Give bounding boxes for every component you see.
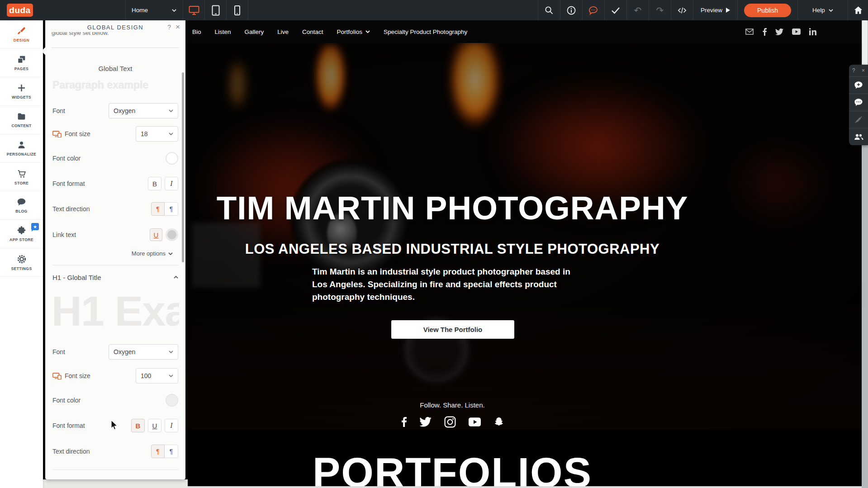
collaborators-button[interactable] — [849, 128, 868, 145]
undo-button[interactable]: ↶ — [626, 0, 649, 20]
font-format-label: Font format — [52, 422, 85, 429]
pilcrow-ltr-icon: ¶ — [156, 205, 160, 213]
hide-resolved-button[interactable] — [849, 111, 868, 128]
star-badge: ★ — [31, 223, 39, 230]
search-button[interactable] — [538, 0, 560, 20]
sidebar-item-pages[interactable]: PAGES — [0, 49, 43, 77]
font-color-row: Font color — [52, 150, 178, 166]
h1-font-size-dropdown[interactable]: 100 — [136, 368, 178, 384]
h1-underline-button[interactable]: U — [148, 419, 161, 432]
nav-link-contact[interactable]: Contact — [302, 28, 323, 35]
slashed-pen-icon — [854, 115, 863, 124]
h1-rtl-direction-button[interactable]: ¶ — [165, 445, 178, 458]
chevron-down-icon — [172, 9, 176, 12]
h1-font-color-swatch[interactable] — [166, 394, 178, 407]
h1-ltr-direction-button[interactable]: ¶ — [151, 445, 165, 458]
h1-font-dropdown[interactable]: Oxygen — [109, 344, 178, 360]
sidebar-label: SETTINGS — [11, 266, 32, 271]
nav-link-listen[interactable]: Listen — [215, 28, 231, 35]
link-underline-button[interactable]: U — [150, 228, 162, 241]
pages-icon — [17, 55, 26, 64]
twitter-icon[interactable] — [419, 417, 432, 427]
h1-bold-button[interactable]: B — [131, 419, 145, 432]
duda-logo[interactable]: duda — [7, 4, 33, 17]
sidebar-item-blog[interactable]: BLOG — [0, 191, 43, 220]
cart-icon — [17, 169, 27, 179]
pilcrow-rtl-icon: ¶ — [170, 448, 173, 455]
link-color-swatch[interactable] — [166, 228, 178, 241]
chat-bubble-icon — [588, 6, 598, 15]
nav-link-live[interactable]: Live — [277, 28, 289, 35]
h1-italic-button[interactable]: I — [165, 419, 178, 432]
font-row: Font Oxygen — [52, 103, 178, 119]
flame-left — [309, 44, 352, 157]
sidebar-item-personalize[interactable]: PERSONALIZE — [0, 134, 43, 163]
sidebar-item-settings[interactable]: SETTINGS — [0, 248, 43, 277]
redo-button[interactable]: ↷ — [649, 0, 671, 20]
chevron-down-icon — [169, 109, 173, 112]
page-selector-dropdown[interactable]: Home — [125, 0, 183, 20]
sidebar-item-content[interactable]: CONTENT — [0, 106, 43, 134]
twitter-icon[interactable] — [775, 28, 783, 35]
home-icon — [854, 6, 863, 14]
publish-container: Publish — [737, 0, 797, 20]
font-color-swatch[interactable] — [166, 152, 178, 165]
info-icon — [567, 6, 576, 15]
search-icon — [545, 6, 553, 14]
email-icon[interactable] — [745, 28, 754, 35]
nav-link-bio[interactable]: Bio — [192, 28, 201, 35]
page-selector-label: Home — [132, 7, 148, 14]
italic-button[interactable]: I — [165, 177, 178, 190]
ltr-direction-button[interactable]: ¶ — [151, 202, 165, 216]
sidebar-item-store[interactable]: STORE — [0, 163, 43, 191]
rtl-direction-button[interactable]: ¶ — [165, 202, 178, 216]
linkedin-icon[interactable] — [809, 28, 816, 35]
divider — [52, 265, 178, 265]
info-button[interactable] — [560, 0, 582, 20]
notice-text: global style set below. — [52, 32, 179, 36]
panel-scrollbar[interactable] — [182, 72, 184, 262]
checkmark-icon — [611, 7, 620, 14]
nav-link-gallery[interactable]: Gallery — [245, 28, 264, 35]
undo-icon: ↶ — [634, 6, 642, 15]
instagram-icon[interactable] — [444, 416, 456, 428]
add-comment-button[interactable] — [849, 77, 868, 94]
show-comments-button[interactable] — [849, 94, 868, 111]
dashboard-home-button[interactable] — [848, 0, 868, 20]
youtube-icon[interactable] — [469, 417, 481, 426]
divider — [52, 469, 178, 470]
site-header-social-icons — [745, 20, 816, 43]
dev-mode-button[interactable] — [671, 0, 693, 20]
youtube-icon[interactable] — [792, 28, 801, 35]
tablet-view-button[interactable] — [205, 0, 226, 20]
nav-link-portfolios[interactable]: Portfolios — [337, 28, 370, 35]
sidebar-item-design[interactable]: DESIGN — [0, 20, 43, 49]
bold-button[interactable]: B — [148, 177, 161, 190]
font-size-dropdown[interactable]: 18 — [136, 126, 178, 142]
comments-close-button[interactable]: × — [862, 67, 865, 74]
comments-help-button[interactable]: ? — [852, 67, 855, 74]
facebook-icon[interactable] — [401, 417, 407, 427]
save-status-button[interactable] — [604, 0, 626, 20]
snapchat-icon[interactable] — [493, 417, 504, 427]
hero-paragraph[interactable]: Tim Martin is an industrial style produc… — [312, 265, 572, 303]
view-portfolio-button[interactable]: View The Portfolio — [391, 320, 514, 339]
mobile-view-button[interactable] — [227, 0, 248, 20]
sidebar-item-widgets[interactable]: WIDGETS — [0, 77, 43, 106]
help-dropdown[interactable]: Help — [797, 0, 848, 20]
font-size-value: 18 — [141, 130, 148, 137]
nav-link-specialty[interactable]: Specialty Product Photography — [384, 28, 467, 35]
desktop-view-button[interactable] — [183, 0, 204, 20]
site-nav-links: Bio Listen Gallery Live Contact Portfoli… — [192, 20, 467, 43]
panel-close-button[interactable]: × — [175, 23, 180, 32]
help-label: Help — [812, 7, 825, 14]
panel-help-button[interactable]: ? — [167, 24, 171, 31]
sidebar-item-app-store[interactable]: APP STORE ★ — [0, 220, 43, 248]
font-dropdown[interactable]: Oxygen — [109, 103, 178, 118]
h1-section-header[interactable]: H1 - Global Title — [52, 272, 178, 283]
feedback-button[interactable] — [582, 0, 604, 20]
publish-button[interactable]: Publish — [744, 4, 791, 17]
more-options-link[interactable]: More options — [132, 250, 173, 257]
preview-button[interactable]: Preview — [693, 0, 737, 20]
facebook-icon[interactable] — [762, 28, 767, 36]
